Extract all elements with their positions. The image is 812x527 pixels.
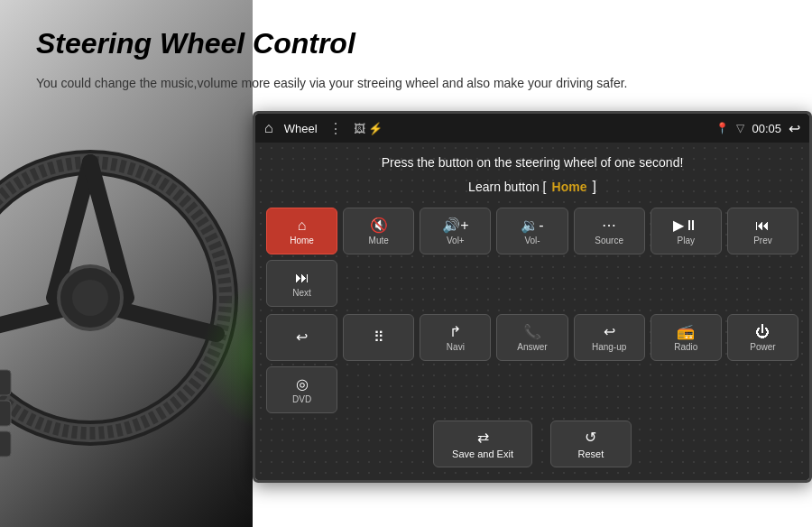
btn-navi-label: Navi [447, 342, 465, 352]
reset-button[interactable]: ↺ Reset [550, 421, 632, 467]
prev-icon: ⏮ [755, 218, 770, 233]
wheel-label: Wheel [284, 122, 318, 135]
play-icon: ▶⏸ [673, 218, 698, 233]
btn-source[interactable]: ⋯ Source [574, 208, 645, 254]
page-title: Steering Wheel Control [36, 27, 785, 60]
media-icons: 🖼 ⚡ [354, 122, 383, 135]
btn-answer-label: Answer [517, 342, 547, 352]
btn-next[interactable]: ⏭ Next [266, 260, 337, 307]
bottom-buttons: ⇄ Save and Exit ↺ Reset [266, 421, 798, 467]
btn-mute-label: Mute [369, 236, 389, 245]
learn-button-label: Learn button [ [468, 180, 546, 194]
btn-home-label: Home [290, 236, 314, 245]
power-icon: ⏻ [755, 325, 770, 339]
reset-label: Reset [578, 448, 604, 459]
answer-icon: 📞 [523, 325, 541, 339]
btn-prev-label: Prev [753, 236, 772, 245]
btn-play-label: Play [678, 236, 695, 245]
btn-power-label: Power [750, 342, 775, 352]
btn-back[interactable]: ↩ [266, 314, 337, 361]
btn-home[interactable]: ⌂ Home [266, 208, 337, 254]
vol-down-icon: 🔉- [521, 218, 543, 233]
back2-icon: ↩ [296, 330, 308, 345]
btn-next-label: Next [292, 288, 311, 298]
btn-dvd[interactable]: ◎ DVD [266, 366, 337, 413]
save-exit-icon: ⇄ [477, 429, 489, 446]
source-icon: ⋯ [602, 218, 616, 233]
mute-icon: 🔇 [370, 218, 388, 233]
save-exit-button[interactable]: ⇄ Save and Exit [433, 421, 532, 467]
back-icon[interactable]: ↩ [789, 120, 800, 137]
btn-play[interactable]: ▶⏸ Play [651, 208, 722, 254]
content-area: Steering Wheel Control You could change … [0, 0, 812, 501]
btn-dvd-label: DVD [292, 394, 311, 404]
next-icon: ⏭ [295, 271, 309, 285]
hangup-icon: ↩ [604, 325, 615, 339]
home-nav-icon[interactable]: ⌂ [264, 120, 273, 136]
wifi-icon: ▽ [736, 122, 744, 134]
vol-up-icon: 🔊+ [442, 218, 468, 233]
home-icon: ⌂ [298, 218, 307, 233]
status-bar-right: 📍 ▽ 00:05 ↩ [715, 120, 800, 137]
btn-hangup[interactable]: ↩ Hang-up [574, 314, 645, 361]
screen-wrapper: ⌂ Wheel ⋮ 🖼 ⚡ 📍 ▽ 00:05 ↩ Press the butt… [253, 111, 812, 483]
btn-radio[interactable]: 📻 Radio [651, 314, 722, 361]
btn-mute[interactable]: 🔇 Mute [343, 208, 414, 254]
btn-source-label: Source [595, 236, 623, 245]
gps-icon: 📍 [715, 122, 729, 134]
button-grid-row2: ↩ ⠿ ↱ Navi 📞 A [266, 314, 798, 413]
status-bar: ⌂ Wheel ⋮ 🖼 ⚡ 📍 ▽ 00:05 ↩ [255, 114, 809, 143]
button-grid-row1: ⌂ Home 🔇 Mute 🔊+ Vol+ 🔉- [266, 208, 798, 307]
btn-vol-down[interactable]: 🔉- Vol- [496, 208, 567, 254]
page-description: You could change the music,volume more e… [36, 73, 686, 93]
current-button-name: Home [552, 180, 587, 194]
btn-prev[interactable]: ⏮ Prev [727, 208, 798, 254]
screen-content: Press the button on the steering wheel o… [255, 143, 809, 480]
radio-icon: 📻 [677, 325, 695, 339]
btn-power[interactable]: ⏻ Power [727, 314, 798, 361]
btn-vol-up[interactable]: 🔊+ Vol+ [420, 208, 491, 254]
btn-navi[interactable]: ↱ Navi [420, 314, 491, 361]
grid-icon: ⠿ [374, 330, 384, 345]
bracket-close: ] [592, 179, 595, 195]
learn-button-row: Learn button [ Home ] [266, 179, 798, 195]
btn-vol-down-label: Vol- [524, 236, 540, 245]
press-instruction: Press the button on the steering wheel o… [266, 155, 798, 170]
btn-grid[interactable]: ⠿ [343, 314, 414, 361]
page-container: Steering Wheel Control You could change … [0, 0, 812, 527]
status-time: 00:05 [752, 122, 781, 135]
btn-vol-up-label: Vol+ [447, 236, 465, 245]
btn-hangup-label: Hang-up [592, 342, 626, 352]
reset-icon: ↺ [585, 429, 596, 446]
save-exit-label: Save and Exit [452, 448, 513, 459]
btn-answer[interactable]: 📞 Answer [496, 314, 567, 361]
btn-radio-label: Radio [674, 342, 697, 352]
navi-icon: ↱ [449, 325, 461, 339]
dvd-icon: ◎ [296, 377, 309, 392]
menu-dots-icon[interactable]: ⋮ [328, 120, 343, 137]
